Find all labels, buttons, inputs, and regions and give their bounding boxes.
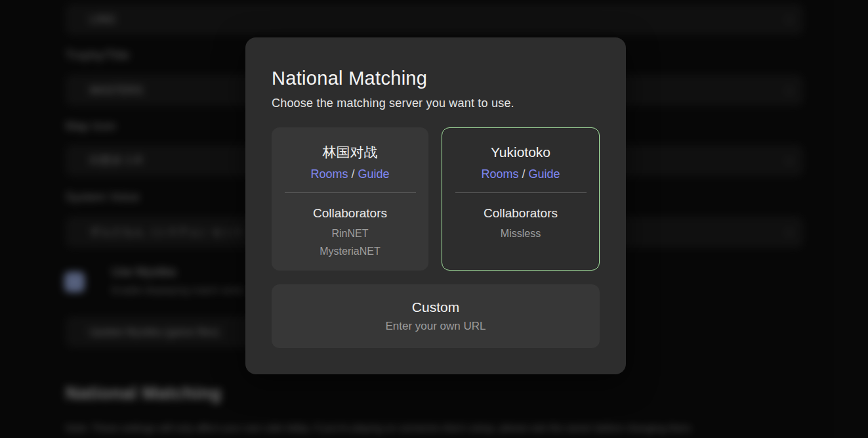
server-cards-row: 林国对战 Rooms / Guide Collaborators RinNET … [272,127,600,271]
server-name: Yukiotoko [442,143,599,162]
custom-server-card[interactable]: Custom Enter your own URL [272,284,600,348]
collaborators-heading: Collaborators [442,206,599,221]
server-links: Rooms / Guide [442,165,599,183]
server-name: 林国对战 [272,143,428,162]
collaborators-list: Missless [442,225,599,242]
collaborator-name: MysteriaNET [272,242,428,260]
custom-title: Custom [412,299,459,315]
card-divider [455,192,587,193]
national-matching-dialog: National Matching Choose the matching se… [245,37,626,374]
guide-link[interactable]: Guide [358,167,390,181]
collaborators-list: RinNET MysteriaNET [272,225,428,260]
server-links: Rooms / Guide [272,165,428,183]
collaborators-heading: Collaborators [272,206,428,221]
custom-subtitle: Enter your own URL [385,320,486,333]
card-divider [285,192,416,193]
collaborator-name: Missless [442,225,599,242]
collaborator-name: RinNET [272,225,428,242]
rooms-link[interactable]: Rooms [310,167,348,181]
links-separator: / [351,167,354,181]
guide-link[interactable]: Guide [529,167,560,181]
links-separator: / [522,167,525,181]
rooms-link[interactable]: Rooms [481,167,518,181]
dialog-title: National Matching [272,68,600,89]
server-card-yukiotoko[interactable]: Yukiotoko Rooms / Guide Collaborators Mi… [442,127,600,271]
dialog-subtitle: Choose the matching server you want to u… [272,97,600,110]
server-card-linguo[interactable]: 林国对战 Rooms / Guide Collaborators RinNET … [272,127,428,271]
